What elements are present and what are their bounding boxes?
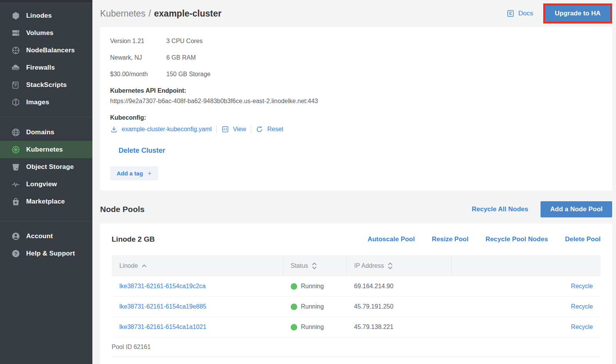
kubeconfig-view-link[interactable]: View [221,125,246,133]
sidebar-item-account[interactable]: Account [0,227,92,245]
sidebar-section-primary: Linodes Volumes NodeBalancers Firewalls [0,3,92,115]
svg-text:?: ? [14,250,17,256]
sidebar-item-label: Kubernetes [26,146,63,154]
sidebar-section-secondary: Domains Kubernetes Object Storage Longvi… [0,117,92,214]
spec-region: Newark, NJ [110,54,166,61]
sort-both-icon [388,262,393,269]
pool-card-header: Linode 2 GB Autoscale Pool Resize Pool R… [112,224,601,255]
table-row: lke38731-62161-6154ca19c2ca Running 69.1… [112,276,601,297]
sidebar-item-firewalls[interactable]: Firewalls [0,59,92,76]
globe-icon [11,127,21,137]
column-header-status[interactable]: Status [283,255,346,276]
sidebar-item-object-storage[interactable]: Object Storage [0,158,92,175]
sidebar-item-images[interactable]: Images [0,94,92,111]
header-actions: Docs Upgrade to HA [506,3,612,23]
sidebar-item-label: Volumes [26,29,54,37]
sidebar-item-nodebalancers[interactable]: NodeBalancers [0,42,92,59]
sidebar-item-label: Firewalls [26,64,55,72]
status-running-dot [291,304,297,310]
recycle-all-nodes-button[interactable]: Recycle All Nodes [472,205,528,213]
kubeconfig-download-link[interactable]: example-cluster-kubeconfig.yaml [110,125,212,133]
sort-both-icon [312,262,317,269]
column-header-linode[interactable]: Linode [112,255,283,276]
node-link[interactable]: lke38731-62161-6154ca1a1021 [119,324,206,330]
recycle-node-button[interactable]: Recycle [571,324,593,330]
sidebar-item-label: Linodes [26,12,52,20]
marketplace-icon [11,197,21,207]
add-tag-button[interactable]: Add a tag + [110,166,158,180]
sidebar-item-stackscripts[interactable]: StackScripts [0,76,92,94]
sidebar-item-label: StackScripts [26,81,67,89]
page-header: Kubernetes / example-cluster Docs Upgrad… [100,0,612,27]
node-pools-header: Node Pools Recycle All Nodes Add a Node … [100,195,612,224]
column-header-ip-address[interactable]: IP Address [346,255,452,276]
recycle-node-button[interactable]: Recycle [571,303,593,310]
help-icon: ? [11,249,21,259]
account-icon [11,231,21,241]
status-label: Running [301,283,324,290]
node-link[interactable]: lke38731-62161-6154ca19e885 [119,303,206,310]
delete-pool-button[interactable]: Delete Pool [565,235,601,243]
add-tag-label: Add a tag [117,170,143,177]
linode-icon [11,11,21,21]
kubeconfig-reset-link[interactable]: Reset [256,125,283,133]
sidebar-item-label: Marketplace [26,198,65,205]
sidebar-item-longview[interactable]: Longview [0,175,92,193]
kubeconfig-actions: example-cluster-kubeconfig.yaml View Res… [110,125,602,134]
spec-ram: 6 GB RAM [166,54,602,61]
table-row: lke38731-62161-6154ca19e885 Running 45.7… [112,297,601,317]
sidebar-item-label: Account [26,232,53,240]
autoscale-pool-button[interactable]: Autoscale Pool [368,235,415,243]
recycle-node-button[interactable]: Recycle [571,283,593,289]
delete-cluster-button[interactable]: Delete Cluster [119,147,165,155]
pool-name: Linode 2 GB [112,235,155,244]
status-label: Running [301,303,324,310]
separator [251,125,251,134]
spec-price: $30.00/month [110,71,166,78]
main-content: Kubernetes / example-cluster Docs Upgrad… [92,0,616,364]
status-label: Running [301,324,324,331]
kubeconfig-label: Kubeconfig: [110,114,602,121]
upgrade-to-ha-button[interactable]: Upgrade to HA [545,5,610,22]
sidebar-item-kubernetes[interactable]: Kubernetes [0,141,92,158]
sidebar: Linodes Volumes NodeBalancers Firewalls [0,0,92,364]
plus-icon: + [147,171,152,176]
firewall-icon [11,63,21,73]
breadcrumb-kubernetes-link[interactable]: Kubernetes [100,8,146,19]
table-footer-row: Pool ID 62161 [112,337,601,357]
breadcrumb-separator: / [149,8,151,19]
separator [216,125,217,134]
sidebar-item-volumes[interactable]: Volumes [0,24,92,42]
recycle-pool-nodes-button[interactable]: Recycle Pool Nodes [485,235,548,243]
status-running-dot [291,324,297,331]
sidebar-item-label: Object Storage [26,163,74,171]
cluster-specs: Version 1.21 3 CPU Cores Newark, NJ 6 GB… [110,33,602,78]
node-link[interactable]: lke38731-62161-6154ca19c2ca [119,283,206,289]
sidebar-item-domains[interactable]: Domains [0,124,92,141]
cluster-summary-card: Version 1.21 3 CPU Cores Newark, NJ 6 GB… [100,27,612,190]
table-row: lke38731-62161-6154ca1a1021 Running 45.7… [112,317,601,337]
sidebar-item-help-support[interactable]: ? Help & Support [0,245,92,262]
images-icon [11,97,21,107]
sidebar-item-label: Domains [26,129,54,136]
add-node-pool-button[interactable]: Add a Node Pool [541,201,612,217]
docs-label: Docs [518,10,533,17]
docs-icon [506,9,515,18]
kubernetes-icon [11,145,21,155]
stackscripts-icon [11,80,21,90]
sidebar-item-label: Images [26,99,49,106]
spec-cpu: 3 CPU Cores [166,38,602,45]
column-header-actions [452,255,601,276]
download-icon [110,125,118,133]
breadcrumb: Kubernetes / example-cluster [100,8,221,19]
resize-pool-button[interactable]: Resize Pool [432,235,468,243]
sidebar-item-linodes[interactable]: Linodes [0,7,92,24]
sort-asc-icon [142,264,147,267]
docs-link[interactable]: Docs [506,9,533,18]
node-pools-actions: Recycle All Nodes Add a Node Pool [472,201,612,217]
sidebar-item-label: NodeBalancers [26,47,75,54]
sidebar-item-marketplace[interactable]: Marketplace [0,193,92,210]
node-pools-title: Node Pools [100,205,145,214]
spec-version: Version 1.21 [110,38,166,45]
reset-refresh-icon [256,125,263,133]
